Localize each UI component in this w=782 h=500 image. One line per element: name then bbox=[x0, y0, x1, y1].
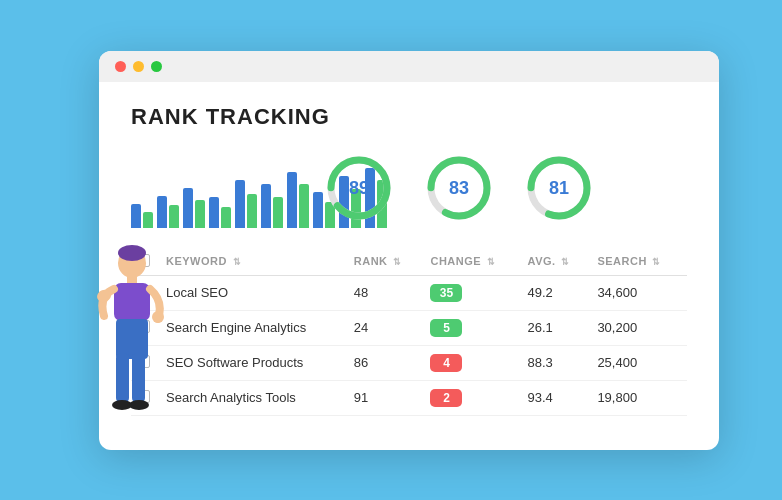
bar-green bbox=[247, 194, 257, 228]
row-change: 35 bbox=[424, 275, 521, 310]
row-search: 25,400 bbox=[591, 345, 687, 380]
row-avg: 49.2 bbox=[522, 275, 592, 310]
row-checkbox[interactable] bbox=[137, 285, 150, 298]
bar-green bbox=[195, 200, 205, 228]
bar-group bbox=[287, 172, 309, 228]
row-rank: 24 bbox=[348, 310, 425, 345]
table-row: Search Analytics Tools91293.419,800 bbox=[131, 380, 687, 415]
bar-group bbox=[131, 204, 153, 228]
row-keyword: Search Analytics Tools bbox=[160, 380, 348, 415]
row-checkbox-cell bbox=[131, 345, 160, 380]
row-avg: 26.1 bbox=[522, 310, 592, 345]
bar-group bbox=[183, 188, 205, 228]
table-body: Local SEO483549.234,600Search Engine Ana… bbox=[131, 275, 687, 415]
dot-red bbox=[115, 61, 126, 72]
change-sort-icon[interactable]: ⇅ bbox=[487, 257, 496, 267]
row-search: 19,800 bbox=[591, 380, 687, 415]
bar-blue bbox=[131, 204, 141, 228]
th-avg: AVG. ⇅ bbox=[522, 248, 592, 276]
row-rank: 91 bbox=[348, 380, 425, 415]
browser-window: RANK TRACKING 898381 KEYWORD ⇅ RANK ⇅ CH… bbox=[99, 51, 719, 450]
bar-green bbox=[299, 184, 309, 228]
row-checkbox-cell bbox=[131, 310, 160, 345]
change-badge: 2 bbox=[430, 389, 462, 407]
bar-blue bbox=[235, 180, 245, 228]
donut-label-2: 81 bbox=[549, 177, 569, 198]
donut-0: 89 bbox=[323, 152, 395, 224]
dot-green-btn bbox=[151, 61, 162, 72]
row-search: 30,200 bbox=[591, 310, 687, 345]
table-row: Local SEO483549.234,600 bbox=[131, 275, 687, 310]
bar-blue bbox=[209, 197, 219, 227]
bar-group bbox=[235, 180, 257, 228]
row-change: 5 bbox=[424, 310, 521, 345]
bar-green bbox=[143, 212, 153, 228]
bar-green bbox=[273, 197, 283, 227]
dot-yellow bbox=[133, 61, 144, 72]
donut-2: 81 bbox=[523, 152, 595, 224]
keyword-sort-icon[interactable]: ⇅ bbox=[233, 257, 242, 267]
bar-green bbox=[221, 207, 231, 228]
table-wrap: KEYWORD ⇅ RANK ⇅ CHANGE ⇅ AVG. ⇅ SEARCH … bbox=[131, 248, 687, 416]
change-badge: 4 bbox=[430, 354, 462, 372]
avg-sort-icon[interactable]: ⇅ bbox=[561, 257, 570, 267]
row-keyword: Search Engine Analytics bbox=[160, 310, 348, 345]
th-search: SEARCH ⇅ bbox=[591, 248, 687, 276]
page-title: RANK TRACKING bbox=[131, 104, 687, 130]
bar-blue bbox=[287, 172, 297, 228]
row-change: 2 bbox=[424, 380, 521, 415]
row-change: 4 bbox=[424, 345, 521, 380]
bar-blue bbox=[261, 184, 271, 228]
bar-group bbox=[209, 197, 231, 227]
th-checkbox bbox=[131, 248, 160, 276]
donuts-section: 898381 bbox=[323, 152, 595, 224]
row-rank: 86 bbox=[348, 345, 425, 380]
table-row: Search Engine Analytics24526.130,200 bbox=[131, 310, 687, 345]
row-checkbox[interactable] bbox=[137, 355, 150, 368]
search-sort-icon[interactable]: ⇅ bbox=[652, 257, 661, 267]
donut-label-0: 89 bbox=[349, 177, 369, 198]
th-keyword: KEYWORD ⇅ bbox=[160, 248, 348, 276]
change-badge: 5 bbox=[430, 319, 462, 337]
donut-label-1: 83 bbox=[449, 177, 469, 198]
bar-blue bbox=[183, 188, 193, 228]
bar-blue bbox=[313, 192, 323, 228]
rank-sort-icon[interactable]: ⇅ bbox=[393, 257, 402, 267]
row-search: 34,600 bbox=[591, 275, 687, 310]
row-rank: 48 bbox=[348, 275, 425, 310]
bar-group bbox=[157, 196, 179, 228]
row-checkbox-cell bbox=[131, 380, 160, 415]
bar-chart bbox=[131, 148, 291, 228]
rank-table: KEYWORD ⇅ RANK ⇅ CHANGE ⇅ AVG. ⇅ SEARCH … bbox=[131, 248, 687, 416]
row-checkbox-cell bbox=[131, 275, 160, 310]
top-section: 898381 bbox=[131, 148, 687, 228]
row-keyword: SEO Software Products bbox=[160, 345, 348, 380]
donut-1: 83 bbox=[423, 152, 495, 224]
header-checkbox[interactable] bbox=[137, 254, 150, 267]
th-rank: RANK ⇅ bbox=[348, 248, 425, 276]
row-checkbox[interactable] bbox=[137, 390, 150, 403]
table-row: SEO Software Products86488.325,400 bbox=[131, 345, 687, 380]
bar-group bbox=[261, 184, 283, 228]
th-change: CHANGE ⇅ bbox=[424, 248, 521, 276]
table-header: KEYWORD ⇅ RANK ⇅ CHANGE ⇅ AVG. ⇅ SEARCH … bbox=[131, 248, 687, 276]
row-avg: 93.4 bbox=[522, 380, 592, 415]
change-badge: 35 bbox=[430, 284, 462, 302]
row-avg: 88.3 bbox=[522, 345, 592, 380]
bar-green bbox=[169, 205, 179, 227]
row-checkbox[interactable] bbox=[137, 320, 150, 333]
row-keyword: Local SEO bbox=[160, 275, 348, 310]
bar-blue bbox=[157, 196, 167, 228]
browser-titlebar bbox=[99, 51, 719, 82]
